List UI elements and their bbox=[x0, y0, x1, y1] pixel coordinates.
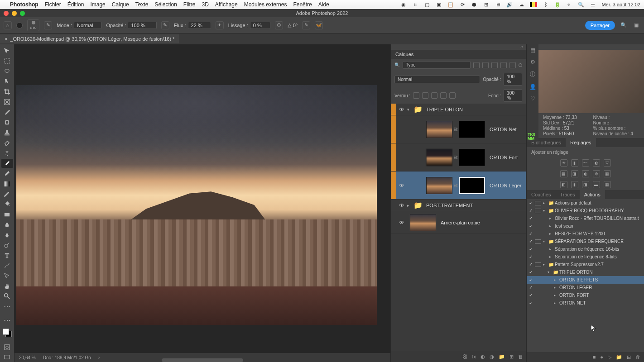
panel-icon[interactable]: ⚙ bbox=[530, 59, 535, 65]
action-item[interactable]: ✓▸ORTON FORT bbox=[527, 291, 644, 299]
opacity-input[interactable]: 100 % bbox=[128, 22, 156, 29]
tool-preset[interactable] bbox=[16, 22, 23, 29]
layer-thumbnail[interactable] bbox=[426, 149, 452, 166]
filter-pixel-icon[interactable] bbox=[473, 62, 480, 68]
menubar-datetime[interactable]: Mer. 3 août 12:02 bbox=[601, 2, 640, 7]
healing-tool[interactable] bbox=[1, 118, 13, 127]
status-icon[interactable]: ⬢ bbox=[471, 1, 477, 8]
layer-item[interactable]: 👁 ⛓ ORTON Léger bbox=[391, 171, 526, 200]
tab-adjustments[interactable]: Réglages bbox=[566, 138, 596, 147]
layer-item[interactable]: ⛓ ORTON Fort bbox=[391, 143, 526, 171]
lock-trans-icon[interactable] bbox=[413, 92, 419, 99]
layer-name[interactable]: ORTON Léger bbox=[486, 183, 522, 188]
curves-icon[interactable]: 〰 bbox=[582, 159, 589, 167]
action-item[interactable]: ✓▸ORTON NET bbox=[527, 299, 644, 307]
levels-icon[interactable]: ▮ bbox=[571, 159, 578, 167]
photo-filter-icon[interactable]: ◐ bbox=[582, 170, 589, 177]
close-icon[interactable]: × bbox=[5, 36, 7, 42]
status-icon[interactable]: ⟳ bbox=[459, 1, 466, 8]
action-set[interactable]: ✓▸📁Actions par défaut bbox=[527, 199, 644, 207]
history-brush-tool[interactable] bbox=[1, 169, 13, 178]
brush-preset[interactable]: 870 bbox=[27, 19, 39, 31]
color-swatches[interactable] bbox=[3, 329, 12, 337]
menu-view[interactable]: Affichage bbox=[215, 1, 238, 8]
delete-icon[interactable]: 🗑 bbox=[635, 354, 640, 360]
tab-actions[interactable]: Actions bbox=[580, 190, 605, 199]
filter-adjust-icon[interactable] bbox=[482, 62, 489, 68]
tk-plugin-icon[interactable]: TK8MM bbox=[528, 133, 535, 141]
stamp-tool[interactable] bbox=[1, 128, 13, 138]
pressure-opacity-icon[interactable]: ✎ bbox=[161, 21, 169, 29]
document-tab[interactable]: × _ORO1626-Modifier.psd @ 30,6% (ORTON L… bbox=[0, 34, 179, 43]
screenmode-tool[interactable] bbox=[1, 352, 13, 362]
menu-window[interactable]: Fenêtre bbox=[293, 1, 312, 8]
lock-paint-icon[interactable] bbox=[422, 92, 428, 99]
chevron-right-icon[interactable]: ▸ bbox=[407, 203, 413, 208]
action-set[interactable]: ✓▾📁TRIPLE ORTON bbox=[527, 268, 644, 276]
layer-name[interactable]: ORTON Net bbox=[486, 127, 517, 132]
status-icon[interactable]: 🖥 bbox=[495, 1, 501, 8]
panel-icon[interactable]: ♡ bbox=[530, 95, 535, 102]
menu-file[interactable]: Fichier bbox=[45, 1, 61, 8]
eyedropper-tool[interactable] bbox=[1, 108, 13, 117]
zoom-level[interactable]: 30,64 % bbox=[19, 355, 36, 360]
bw-icon[interactable]: ◨ bbox=[571, 170, 578, 177]
frame-tool[interactable] bbox=[1, 97, 13, 107]
search-icon[interactable]: 🔍 bbox=[578, 1, 584, 8]
smooth-input[interactable]: 0 % bbox=[250, 22, 270, 29]
visibility-icon[interactable]: 👁 bbox=[396, 219, 407, 226]
layer-mask[interactable] bbox=[459, 177, 485, 194]
action-item[interactable]: ✓▸RESIZE FOR WEB 1200 bbox=[527, 230, 644, 238]
pencil-tool[interactable] bbox=[1, 190, 13, 199]
lock-all-icon[interactable] bbox=[449, 92, 456, 99]
status-icon[interactable]: ▣ bbox=[436, 1, 442, 8]
action-set[interactable]: ✓▾📁OLIVIER ROCQ PHOTOGRAPHY bbox=[527, 207, 644, 214]
tab-channels[interactable]: Couches bbox=[527, 190, 555, 199]
menu-edit[interactable]: Édition bbox=[67, 1, 84, 8]
move-tool[interactable] bbox=[1, 46, 13, 56]
filter-toggle[interactable] bbox=[519, 63, 522, 67]
action-item[interactable]: ✓▸Séparation de fréquence 16-bits bbox=[527, 245, 644, 253]
hand-tool[interactable] bbox=[1, 281, 13, 291]
minimize-button[interactable] bbox=[12, 11, 17, 16]
doc-size[interactable]: Doc : 188,9 Mo/1,02 Go bbox=[43, 355, 91, 360]
flux-input[interactable]: 22 % bbox=[188, 22, 211, 29]
filter-type-icon[interactable] bbox=[491, 62, 498, 68]
battery-icon[interactable]: 🔋 bbox=[554, 1, 561, 8]
threshold-icon[interactable]: ◨ bbox=[582, 181, 589, 188]
new-action-icon[interactable]: ⊞ bbox=[627, 354, 631, 360]
layer-mask[interactable] bbox=[459, 121, 485, 138]
color-lookup-icon[interactable]: ▦ bbox=[604, 170, 611, 177]
exposure-icon[interactable]: ◐ bbox=[593, 159, 600, 167]
rectangle-tool[interactable] bbox=[1, 210, 13, 219]
action-set[interactable]: ✓▾📁SÉPARATIONS DE FRÉQUENCE bbox=[527, 238, 644, 245]
symmetry-icon[interactable]: 🦋 bbox=[315, 21, 323, 29]
layer-thumbnail[interactable] bbox=[410, 214, 436, 231]
channel-mixer-icon[interactable]: ⊕ bbox=[593, 170, 600, 177]
group-icon[interactable]: 📁 bbox=[499, 354, 505, 360]
collapse-icon[interactable]: ›› bbox=[520, 44, 523, 50]
marquee-tool[interactable] bbox=[1, 57, 13, 66]
chevron-right-icon[interactable]: › bbox=[98, 355, 100, 360]
blur-tool[interactable] bbox=[1, 220, 13, 229]
gradient-map-icon[interactable]: ▬ bbox=[593, 181, 600, 188]
wifi-icon[interactable]: ᯤ bbox=[566, 1, 572, 8]
layer-opacity-input[interactable]: 100 % bbox=[504, 73, 522, 86]
new-layer-icon[interactable]: ⊞ bbox=[509, 354, 514, 360]
menu-image[interactable]: Image bbox=[90, 1, 105, 8]
angle-value[interactable]: 0° bbox=[293, 23, 298, 28]
status-icon[interactable]: ⊞ bbox=[483, 1, 489, 8]
menu-app[interactable]: Photoshop bbox=[10, 1, 38, 8]
filter-shape-icon[interactable] bbox=[500, 62, 507, 68]
new-set-icon[interactable]: 📁 bbox=[616, 354, 622, 360]
posterize-icon[interactable]: ▮ bbox=[571, 181, 578, 188]
filter-smart-icon[interactable] bbox=[509, 62, 516, 68]
action-item[interactable]: ✓▸Séparation de fréquence 8-bits bbox=[527, 253, 644, 261]
dodge-tool[interactable] bbox=[1, 241, 13, 250]
wand-tool[interactable] bbox=[1, 148, 13, 158]
menu-select[interactable]: Sélection bbox=[154, 1, 177, 8]
search-icon[interactable]: 🔍 bbox=[620, 21, 628, 29]
eraser-tool[interactable] bbox=[1, 138, 13, 148]
layers-panel-title[interactable]: Calques bbox=[391, 50, 526, 59]
lock-pos-icon[interactable] bbox=[431, 92, 437, 99]
